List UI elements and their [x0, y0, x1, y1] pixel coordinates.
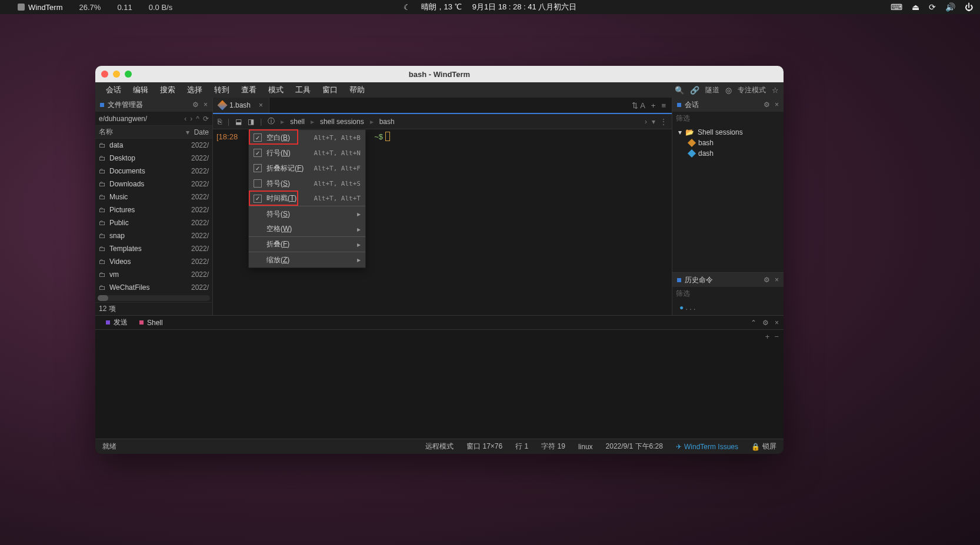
window-minimize-button[interactable] [113, 71, 120, 78]
col-name[interactable]: 名称 [99, 127, 186, 137]
volume-icon[interactable]: 🔊 [945, 2, 955, 12]
panel-gear-icon[interactable]: ⚙ [192, 101, 199, 109]
menu-tools[interactable]: 工具 [289, 85, 316, 95]
history-filter[interactable]: 筛选 [672, 287, 784, 300]
dropdown-item[interactable]: 空格(W)▸ [249, 222, 365, 237]
tab-shell[interactable]: Shell [134, 319, 169, 327]
tab-close-icon[interactable]: × [259, 101, 263, 109]
split-h-icon[interactable]: ⬓ [235, 118, 242, 126]
menu-help[interactable]: 帮助 [344, 85, 371, 95]
toolbar-more-icon[interactable]: ⋮ [660, 118, 667, 126]
focus-label[interactable]: 专注模式 [738, 85, 766, 95]
file-name: vm [109, 270, 191, 279]
file-row[interactable]: 🗀Downloads2022/ [95, 178, 212, 190]
sync-icon[interactable]: ⟳ [929, 2, 936, 12]
file-row[interactable]: 🗀vm2022/ [95, 268, 212, 281]
file-row[interactable]: 🗀Pictures2022/ [95, 203, 212, 216]
sessions-close-icon[interactable]: × [775, 101, 779, 109]
toolbar-nav-icon[interactable]: › [645, 118, 647, 126]
file-row[interactable]: 🗀Videos2022/ [95, 255, 212, 268]
file-row[interactable]: 🗀Desktop2022/ [95, 152, 212, 165]
new-icon[interactable]: ⎘ [218, 118, 222, 126]
file-row[interactable]: 🗀Music2022/ [95, 190, 212, 203]
session-item[interactable]: bash [672, 138, 784, 148]
nav-refresh-icon[interactable]: ⟳ [203, 115, 209, 123]
menu-session[interactable]: 会话 [100, 85, 127, 95]
menu-view[interactable]: 查看 [235, 85, 262, 95]
history-gear-icon[interactable]: ⚙ [764, 276, 770, 284]
eject-icon[interactable]: ⏏ [912, 2, 919, 12]
file-manager-pathbar: e/duhuangwen/ ‹ › ^ ⟳ [95, 112, 212, 126]
terminal[interactable]: [18:28 ~$ ✓空白(B)Alt+T, Alt+B✓行号(N)Alt+T,… [213, 129, 672, 315]
menu-goto[interactable]: 转到 [208, 85, 235, 95]
window-maximize-button[interactable] [125, 71, 132, 78]
file-row[interactable]: 🗀data2022/ [95, 139, 212, 152]
tab-menu-icon[interactable]: ≡ [661, 101, 666, 110]
status-remote[interactable]: 远程模式 [425, 442, 454, 452]
dropdown-item[interactable]: ✓空白(B)Alt+T, Alt+B [249, 130, 365, 145]
menu-edit[interactable]: 编辑 [127, 85, 154, 95]
right-panels: 会话 ⚙ × 筛选 ▾ 📂 Shell sessions bashdash [672, 98, 784, 315]
nav-up-icon[interactable]: ^ [196, 115, 199, 123]
path-text[interactable]: e/duhuangwen/ [99, 115, 147, 123]
pane-add-icon[interactable]: + [765, 332, 770, 341]
tab-add-icon[interactable]: + [651, 101, 656, 110]
nav-fwd-icon[interactable]: › [190, 115, 192, 123]
crumb-sessions[interactable]: shell sessions [320, 118, 364, 126]
dropdown-item[interactable]: 折叠(F)▸ [249, 237, 365, 252]
dropdown-item[interactable]: 符号(S)Alt+T, Alt+S [249, 176, 365, 191]
status-issues-link[interactable]: ✈ WindTerm Issues [676, 443, 738, 451]
focus-icon[interactable]: ◎ [725, 86, 732, 95]
menubar-app[interactable]: WindTerm [18, 3, 63, 12]
dropdown-item[interactable]: ✓时间戳(T)Alt+T, Alt+T [249, 191, 365, 206]
input-icon[interactable]: ⌨ [891, 2, 902, 12]
tab-send[interactable]: 发送 [100, 317, 134, 327]
file-row[interactable]: 🗀Documents2022/ [95, 165, 212, 178]
history-close-icon[interactable]: × [775, 276, 779, 284]
search-icon[interactable]: 🔍 [675, 86, 684, 95]
toolbar-dropdown-icon[interactable]: ▾ [652, 118, 655, 126]
menu-select[interactable]: 选择 [181, 85, 208, 95]
status-lock[interactable]: 🔒 锁屏 [751, 442, 776, 452]
bottom-gear-icon[interactable]: ⚙ [762, 319, 769, 327]
file-row[interactable]: 🗀snap2022/ [95, 229, 212, 242]
dropdown-item[interactable]: ✓行号(N)Alt+T, Alt+N [249, 145, 365, 161]
nav-back-icon[interactable]: ‹ [184, 115, 186, 123]
tunnel-label[interactable]: 隧道 [705, 85, 719, 95]
file-row[interactable]: 🗀Public2022/ [95, 216, 212, 229]
bottom-close-icon[interactable]: × [775, 319, 779, 327]
split-v-icon[interactable]: ◨ [248, 118, 254, 126]
menu-search[interactable]: 搜索 [154, 85, 181, 95]
chevron-right-icon: ▸ [357, 240, 361, 249]
pane-remove-icon[interactable]: − [774, 332, 779, 341]
titlebar[interactable]: bash - WindTerm [95, 66, 784, 82]
window-close-button[interactable] [101, 71, 108, 78]
sessions-filter[interactable]: 筛选 [672, 112, 784, 125]
collapse-icon[interactable]: ⌃ [751, 319, 756, 327]
crumb-shell[interactable]: shell [290, 118, 305, 126]
col-date[interactable]: Date [194, 128, 209, 136]
bottom-pane[interactable]: + − [95, 329, 784, 439]
dropdown-label: 行号(N) [266, 148, 314, 158]
sessions-gear-icon[interactable]: ⚙ [764, 101, 770, 109]
session-group[interactable]: ▾ 📂 Shell sessions [672, 127, 784, 138]
menu-mode[interactable]: 模式 [262, 85, 289, 95]
tab-a-icon[interactable]: ⇅ A [632, 101, 645, 110]
dropdown-item[interactable]: 符号(S)▸ [249, 206, 365, 222]
panel-close-icon[interactable]: × [204, 101, 208, 109]
file-row[interactable]: 🗀Templates2022/ [95, 242, 212, 255]
menu-window[interactable]: 窗口 [316, 85, 344, 95]
tab-bash[interactable]: 1.bash × [213, 98, 269, 113]
file-list-scrollbar[interactable] [98, 295, 210, 301]
sort-icon[interactable]: ▾ [186, 128, 189, 136]
session-item[interactable]: dash [672, 148, 784, 159]
star-icon[interactable]: ☆ [772, 86, 779, 95]
info-icon[interactable]: ⓘ [268, 116, 275, 126]
power-icon[interactable]: ⏻ [965, 2, 973, 12]
history-item[interactable]: . . . [686, 303, 696, 312]
tunnel-icon[interactable]: 🔗 [690, 86, 699, 95]
file-row[interactable]: 🗀WeChatFiles2022/ [95, 281, 212, 294]
dropdown-item[interactable]: 缩放(Z)▸ [249, 252, 365, 268]
crumb-bash[interactable]: bash [379, 118, 395, 126]
dropdown-item[interactable]: ✓折叠标记(F)Alt+T, Alt+F [249, 161, 365, 176]
